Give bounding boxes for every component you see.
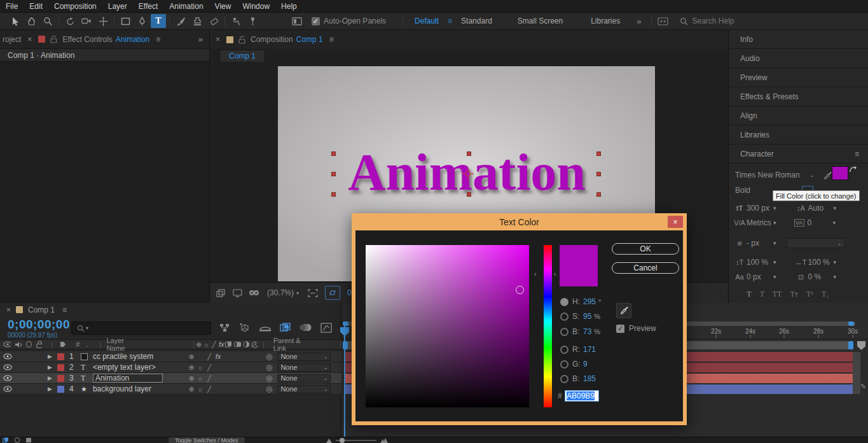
- tracking-dropdown-icon[interactable]: ▾: [833, 220, 836, 226]
- tsume-dropdown-icon[interactable]: ▾: [834, 274, 837, 280]
- region-of-interest-icon[interactable]: [305, 286, 320, 300]
- horizontal-scale-value[interactable]: 100 %: [808, 258, 834, 267]
- effect-controls-target[interactable]: Animation: [116, 35, 149, 44]
- panel-tab-libraries[interactable]: Libraries: [729, 125, 868, 144]
- swap-fill-stroke-icon[interactable]: [849, 166, 857, 174]
- collapse-switch[interactable]: ⊕: [187, 386, 196, 393]
- timeline-menu-icon[interactable]: ≡: [55, 306, 67, 314]
- clone-stamp-tool-icon[interactable]: [189, 14, 205, 28]
- comp-marker-bin-icon[interactable]: [857, 341, 865, 350]
- scrollbar-right-cap[interactable]: [848, 321, 854, 326]
- layer-name-column-label[interactable]: Layer Name: [106, 337, 139, 352]
- panel-tab-preview[interactable]: Preview: [729, 68, 868, 87]
- workspace-tab-small-screen[interactable]: Small Screen: [501, 17, 572, 25]
- horizontal-scale-dropdown-icon[interactable]: ▾: [834, 259, 837, 265]
- superscript-button[interactable]: T¹: [806, 290, 813, 299]
- quality-switch[interactable]: ☼: [196, 364, 205, 371]
- cancel-button[interactable]: Cancel: [612, 262, 679, 274]
- comp-tab-close-icon[interactable]: ×: [210, 35, 226, 44]
- menu-window[interactable]: Window: [237, 2, 275, 11]
- search-help-input[interactable]: [692, 17, 787, 25]
- timeline-tab-label[interactable]: Comp 1: [28, 306, 55, 314]
- layer-row-1[interactable]: ▶ 1 cc practile system ⊕ ╱ fx ◎ None⌄: [0, 351, 341, 362]
- unlock-icon[interactable]: [238, 36, 245, 44]
- g-value[interactable]: 9: [583, 360, 588, 369]
- layer-label-chip[interactable]: [57, 386, 64, 393]
- zoom-out-mountain-icon[interactable]: [326, 438, 332, 443]
- lock-icon[interactable]: [50, 35, 57, 43]
- selection-handle[interactable]: [596, 172, 601, 176]
- r-radio[interactable]: [560, 346, 568, 354]
- layer-visibility-icon[interactable]: [3, 353, 12, 360]
- sampling-switch[interactable]: ╱: [205, 375, 214, 382]
- faux-bold-button[interactable]: T: [747, 290, 752, 299]
- collapse-switch[interactable]: ⊕: [187, 353, 196, 360]
- workspace-tab-libraries[interactable]: Libraries: [572, 17, 629, 25]
- brush-tool-icon[interactable]: [173, 14, 188, 28]
- rotate-tool-icon[interactable]: [62, 14, 78, 28]
- always-preview-icon[interactable]: [213, 286, 228, 300]
- menu-view[interactable]: View: [209, 2, 237, 11]
- tab-overflow-icon[interactable]: »: [198, 34, 209, 44]
- parent-pickwhip-icon[interactable]: ◎: [266, 374, 272, 383]
- menu-help[interactable]: Help: [275, 2, 303, 11]
- eraser-tool-icon[interactable]: [206, 14, 221, 28]
- collapse-switch[interactable]: ⊕: [187, 364, 196, 371]
- frame-blending-icon[interactable]: [280, 323, 291, 333]
- auto-open-panels-checkbox[interactable]: ✓: [312, 17, 320, 25]
- layer-expand-icon[interactable]: ▶: [48, 375, 52, 381]
- vertical-scale-dropdown-icon[interactable]: ▾: [773, 259, 776, 265]
- subscript-button[interactable]: T₁: [822, 290, 829, 299]
- parent-pickwhip-icon[interactable]: ◎: [266, 384, 272, 393]
- timeline-zoom-slider[interactable]: [336, 440, 376, 441]
- r-value[interactable]: 171: [583, 345, 596, 354]
- quality-switch[interactable]: ☼: [196, 375, 205, 382]
- menu-file[interactable]: File: [0, 2, 24, 11]
- work-area-end-handle[interactable]: [848, 341, 853, 349]
- panel-tab-info[interactable]: Info: [729, 30, 868, 49]
- preview-checkbox[interactable]: ✓: [616, 325, 624, 333]
- s-value[interactable]: 95: [583, 312, 591, 321]
- stroke-style-select[interactable]: ⌄: [787, 238, 845, 248]
- s-radio[interactable]: [560, 313, 568, 321]
- channel-settings-icon[interactable]: [246, 286, 261, 300]
- dialog-close-button[interactable]: ×: [668, 216, 683, 228]
- selection-handle[interactable]: [331, 192, 336, 197]
- layer-visibility-icon[interactable]: [3, 364, 12, 370]
- collapse-switch[interactable]: ⊕: [187, 375, 196, 382]
- menu-edit[interactable]: Edit: [24, 2, 48, 11]
- baseline-shift-dropdown-icon[interactable]: ▾: [773, 274, 776, 280]
- hex-input[interactable]: AB09B9: [565, 390, 599, 402]
- panel-menu-icon[interactable]: ≡: [149, 35, 167, 44]
- baseline-shift-value[interactable]: 0 px: [747, 272, 773, 281]
- hue-slider[interactable]: [544, 245, 552, 407]
- b-radio[interactable]: [560, 328, 568, 336]
- menu-composition[interactable]: Composition: [48, 2, 102, 11]
- effect-controls-tab-label[interactable]: Effect Controls: [62, 35, 112, 44]
- fill-color-swatch[interactable]: [832, 166, 848, 180]
- frame-blend-toggle-icon[interactable]: [14, 437, 20, 443]
- project-tab-label[interactable]: roject: [0, 35, 21, 44]
- selection-handle[interactable]: [331, 151, 336, 156]
- layer-expand-icon[interactable]: ▶: [48, 386, 52, 392]
- layer-name[interactable]: cc practile system: [93, 352, 187, 361]
- saturation-brightness-field[interactable]: [366, 245, 529, 407]
- layer-expand-icon[interactable]: ▶: [48, 353, 52, 360]
- menu-animation[interactable]: Animation: [163, 2, 209, 11]
- vertical-scale-value[interactable]: 100 %: [747, 258, 773, 267]
- small-caps-button[interactable]: Tᴛ: [790, 290, 798, 299]
- layer-name[interactable]: background layer: [93, 384, 187, 393]
- layer-label-chip[interactable]: [57, 353, 64, 360]
- composition-panel-target[interactable]: Comp 1: [296, 35, 323, 44]
- zoom-in-mountain-icon[interactable]: [380, 437, 388, 443]
- character-panel-menu-icon[interactable]: ≡: [855, 150, 859, 158]
- camera-tool-icon[interactable]: [79, 14, 94, 28]
- panel-tab-audio[interactable]: Audio: [729, 49, 868, 68]
- pan-behind-tool-icon[interactable]: [95, 14, 111, 28]
- parent-pickwhip-icon[interactable]: ◎: [266, 363, 272, 372]
- project-tab-close-icon[interactable]: ×: [21, 35, 38, 44]
- selection-handle[interactable]: [467, 192, 471, 197]
- pen-marker-icon[interactable]: ✎: [860, 383, 866, 391]
- workspace-tab-standard[interactable]: Standard: [452, 17, 501, 25]
- quality-switch[interactable]: ☼: [196, 386, 205, 393]
